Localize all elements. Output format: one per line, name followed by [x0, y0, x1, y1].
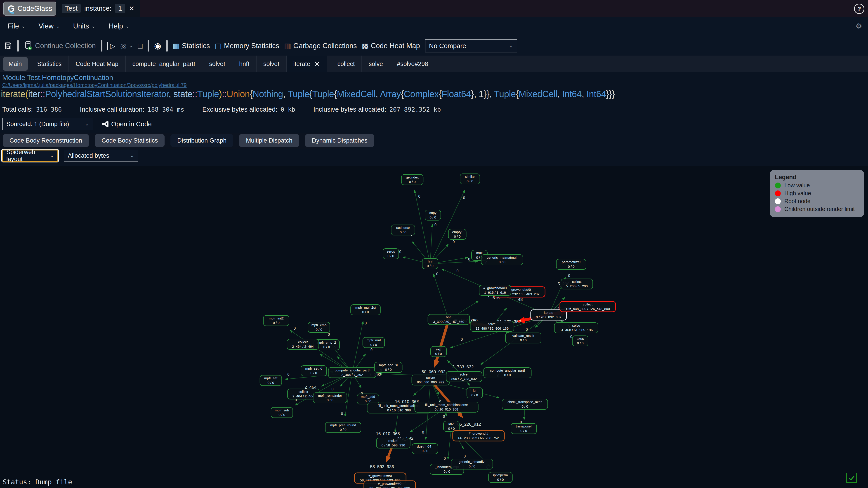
view-button-dynamic-dispatches[interactable]: Dynamic Dispatches — [305, 134, 374, 147]
edge-label: 16_010_368 — [376, 431, 400, 436]
graph-node-mpfr-cmp[interactable]: mpfr_cmp0 / 0 — [308, 322, 330, 332]
layout-select[interactable]: Spiderweb layout ⌄ — [2, 150, 58, 162]
graph-node-zeros[interactable]: zeros0 / 0 — [383, 249, 399, 259]
help-icon[interactable]: ? — [854, 4, 864, 14]
graph-node-fill-unit-roots-combinations-[interactable]: fill_unit_roots_combinations!0 / 16_010_… — [414, 402, 478, 412]
menu-file[interactable]: File⌄ — [8, 22, 25, 30]
chevron-down-icon: ⌄ — [130, 153, 134, 159]
statistics-button[interactable]: ▦ Statistics — [173, 41, 210, 50]
view-button-distribution-graph[interactable]: Distribution Graph — [170, 134, 233, 147]
svg-text:#_growend!##0: #_growend!##0 — [368, 474, 392, 478]
graph-node-generic-matmatmul-[interactable]: generic_matmatmul!0 / 0 — [481, 255, 523, 265]
graph-node-solve[interactable]: solve51_460 / 61_905_136 — [554, 323, 598, 333]
close-tab-icon[interactable]: ✕ — [314, 60, 320, 68]
tab-code-heat-map[interactable]: Code Heat Map — [69, 56, 126, 72]
svg-text:2_464 / 2_464: 2_464 / 2_464 — [292, 394, 314, 398]
save-icon[interactable] — [4, 42, 12, 50]
graph-node-transpose-[interactable]: transpose!0 / 0 — [511, 423, 537, 434]
graph-node-collect[interactable]: collect2_464 / 2_464 — [287, 339, 319, 350]
tab-hnf-[interactable]: hnf! — [232, 56, 256, 72]
app-menu-button[interactable]: G CodeGlass — [3, 2, 57, 15]
graph-node-mpfr-sub[interactable]: mpfr_sub0 / 0 — [271, 408, 293, 418]
status-ok-checkbox[interactable] — [846, 473, 857, 483]
graph-node-generic-trimatdiv-[interactable]: generic_trimatdiv!0 / 0 — [451, 459, 493, 469]
graph-node-axes[interactable]: axes0 / 0 — [572, 336, 588, 346]
record-dropdown[interactable]: ◎ ⌄ — [120, 41, 133, 50]
graph-node-exp[interactable]: exp0 / 0 — [431, 346, 446, 357]
graph-node-collect[interactable]: collect126_548_800 / 126_548_800 — [560, 301, 616, 312]
graph-node-similar[interactable]: similar0 / 0 — [460, 174, 480, 184]
code-heat-map-button[interactable]: ▩ Code Heat Map — [362, 41, 420, 50]
source-id-select[interactable]: SourceId: 1 (Dump file) ⌄ — [2, 118, 93, 130]
compare-select[interactable]: No Compare ⌄ — [425, 39, 517, 53]
big-record-icon[interactable]: ◉ — [154, 41, 161, 51]
svg-text:0 / 0: 0 / 0 — [469, 464, 475, 468]
metric-select[interactable]: Allocated bytes ⌄ — [64, 150, 138, 162]
graph-node-compute-angular-part-[interactable]: compute_angular_part!0 / 0 — [484, 367, 531, 378]
tab--solve-298[interactable]: #solve#298 — [390, 56, 435, 72]
tab-compute-angular-part-[interactable]: compute_angular_part! — [126, 56, 203, 72]
graph-node-validate-result[interactable]: validate_result0 / 0 — [505, 333, 541, 343]
tab-solve-[interactable]: solve! — [256, 56, 287, 72]
graph-node-compute-angular-part-[interactable]: compute_angular_part!2_464 / 7_392 — [329, 367, 376, 378]
graph-node--growend-[interactable]: #_growend!#66_238_752 / 66_238_752 — [453, 431, 504, 441]
graph-node-dgetrf-64-[interactable]: dgetrf_64_0 / 0 — [412, 444, 438, 454]
edge-label: 66_226_912 — [457, 422, 481, 427]
memory-statistics-button[interactable]: ▤ Memory Statistics — [215, 41, 279, 50]
step-icon[interactable]: ▷ — [107, 42, 115, 50]
open-in-code-button[interactable]: Open in Code — [102, 120, 152, 128]
graph-node-check-transpose-axes[interactable]: check_transpose_axes0 / 0 — [502, 399, 548, 410]
graph-node-parametrize-[interactable]: parametrize!0 / 0 — [556, 259, 586, 269]
tab-statistics[interactable]: Statistics — [31, 56, 69, 72]
graph-node-solve-[interactable]: solve!896 / 2_733_632 — [446, 371, 482, 382]
graph-node--growend-0[interactable]: #_growend!##036_768_936 / 36_768_936 — [364, 481, 415, 488]
signature-token: iterate — [1, 89, 25, 99]
tab-iterate[interactable]: iterate✕ — [287, 56, 327, 72]
graph-node-mpfr-remainder[interactable]: mpfr_remainder0 / 0 — [313, 393, 347, 403]
stop-icon[interactable]: □ — [138, 41, 143, 51]
garbage-collections-button[interactable]: ▥ Garbage Collections — [284, 41, 357, 50]
close-instance-icon[interactable]: ✕ — [129, 4, 134, 12]
edge-label: 0 — [444, 457, 446, 460]
graph-node-mpfr-mul[interactable]: mpfr_mul0 / 0 — [363, 337, 384, 348]
menu-units[interactable]: Units⌄ — [73, 22, 95, 30]
tab-solve-[interactable]: solve! — [202, 56, 232, 72]
graph-node-ldiv-[interactable]: ldiv!0 / 0 — [443, 421, 459, 431]
tab-main[interactable]: Main — [3, 57, 28, 71]
signature-token: { — [439, 89, 442, 99]
vscode-icon — [102, 120, 110, 128]
instance-tab[interactable]: Test instance: 1 ✕ — [56, 0, 141, 17]
view-button-code-body-statistics[interactable]: Code Body Statistics — [95, 134, 164, 147]
graph-node-mpfr-mul-2si[interactable]: mpfr_mul_2si0 / 0 — [350, 304, 380, 315]
menu-help[interactable]: Help⌄ — [109, 22, 129, 30]
view-button-code-body-reconstruction[interactable]: Code Body Reconstruction — [3, 134, 89, 147]
settings-gear-icon[interactable]: ⚙ — [856, 22, 862, 30]
signature-token: , — [283, 89, 288, 99]
graph-node-lu-[interactable]: lu!0 / 0 — [467, 388, 483, 398]
graph-node-mpfr-init2[interactable]: mpfr_init20 / 0 — [264, 315, 289, 326]
graph-node-mpfr-set[interactable]: mpfr_set0 / 0 — [260, 375, 282, 386]
svg-text:5_200 / 5_200: 5_200 / 5_200 — [566, 284, 588, 288]
graph-node-solve-[interactable]: solve!864 / 80_060_992 — [412, 375, 450, 385]
graph-node-getindex[interactable]: getindex0 / 0 — [401, 174, 423, 185]
continue-collection-button[interactable]: Continue Collection — [24, 41, 96, 51]
menu-view[interactable]: View⌄ — [38, 22, 60, 30]
graph-node-copy[interactable]: copy0 / 0 — [425, 210, 441, 220]
graph-node-collect[interactable]: collect5_200 / 5_200 — [561, 279, 593, 289]
graph-node-solve-[interactable]: solve!12_480 / 82_906_136 — [470, 321, 514, 331]
graph-node-mpfr-set-d[interactable]: mpfr_set_d0 / 0 — [301, 365, 327, 376]
source-path-link[interactable]: C:/Users/lipma/.julia/packages/HomotopyC… — [2, 82, 187, 88]
legend-item: Root node — [775, 198, 859, 204]
graph-node-resize-[interactable]: resize!0 / 58_593_936 — [376, 438, 410, 448]
tab--collect[interactable]: _collect — [327, 56, 362, 72]
graph-node-setindex-[interactable]: setindex!0 / 0 — [391, 225, 415, 235]
tab-solve[interactable]: solve — [362, 56, 390, 72]
view-button-multiple-dispatch[interactable]: Multiple Dispatch — [239, 134, 299, 147]
graph-node-empty-[interactable]: empty!0 / 0 — [448, 229, 466, 239]
graph-node-hnf-[interactable]: hnf!3_320 / 80_157_360 — [428, 314, 469, 325]
graph-node-mpfr-add-si[interactable]: mpfr_add_si0 / 0 — [375, 362, 402, 372]
graph-node--growend-0[interactable]: #_growend!##01_616 / 1_616 — [479, 285, 511, 295]
graph-node-hnf[interactable]: hnf0 / 0 — [422, 258, 438, 269]
graph-node-mpfr-prec-round[interactable]: mpfr_prec_round0 / 0 — [325, 422, 361, 433]
graph-node-ipiv2perm[interactable]: ipiv2perm0 / 0 — [489, 472, 512, 483]
